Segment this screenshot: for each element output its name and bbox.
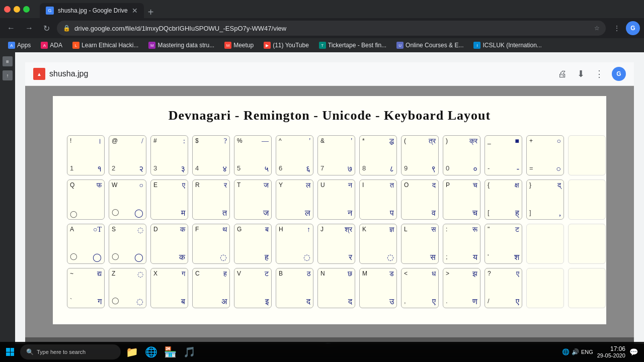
extensions-btn[interactable]: ⋮ [610, 21, 624, 35]
back-btn[interactable]: ← [4, 22, 18, 35]
key-empty-2 [568, 179, 606, 220]
key-1: !।1१ [67, 135, 105, 175]
bookmark-icsluk-icon: I [473, 42, 480, 49]
key-period: >झ.ण [443, 268, 480, 308]
main-area: ≡ ↑ ▲ shusha.jpg 🖨 ⬇ ⋮ G Devnagari - Rem… [0, 52, 644, 344]
keyboard-chart: Devnagari - Remington - Unicode - Keyboa… [53, 96, 606, 324]
key-z: Z◌◯◌ [109, 268, 146, 308]
nav-icons: ⋮ G [610, 21, 640, 35]
tab-favicon: G [46, 7, 54, 15]
key-p: Pचच [443, 179, 480, 220]
key-slash: ?ए/ए [485, 268, 522, 308]
taskbar-right: 🌐 🔊 ENG 17:06 29-05-2020 💬 [562, 345, 642, 358]
key-4: $?4४ [192, 135, 230, 175]
image-content: Devnagari - Remington - Unicode - Keyboa… [25, 86, 634, 337]
taskbar-apps: 📁 🌐 🏪 🎵 [123, 343, 198, 361]
key-b: Bठद [276, 268, 313, 308]
key-3: #:3३ [150, 135, 188, 175]
key-o: Oदव [401, 179, 439, 220]
key-w: W○◯◯ [109, 179, 146, 220]
network-icon: 🌐 [562, 348, 570, 355]
taskbar-file-explorer[interactable]: 📁 [123, 343, 141, 361]
key-empty-4 [568, 224, 606, 264]
url-text: drive.google.com/file/d/1lmxyDQcbrIGHIuS… [74, 25, 590, 32]
taskbar-search[interactable]: 🔍 Type here to search [20, 344, 121, 359]
forward-btn[interactable]: → [22, 22, 36, 35]
tab-title: shusha.jpg - Google Drive [58, 7, 128, 14]
new-tab-btn[interactable]: + [144, 7, 158, 18]
bookmark-online-courses[interactable]: U Online Courses & E... [392, 41, 467, 50]
title-bar: G shusha.jpg - Google Drive ✕ + [0, 0, 644, 18]
bookmark-ethical-icon: L [72, 42, 79, 49]
date-display: 29-05-2020 [597, 352, 625, 358]
key-quote: "ट'श [485, 224, 522, 264]
refresh-btn[interactable]: ↻ [40, 22, 53, 35]
more-options-btn[interactable]: ⋮ [593, 66, 606, 81]
key-c: Cहअ [192, 268, 230, 308]
sidebar-icon-1[interactable]: ≡ [3, 56, 13, 66]
close-window-btn[interactable] [4, 6, 11, 13]
bookmark-ethical[interactable]: L Learn Ethical Hacki... [68, 41, 142, 50]
taskbar-app-3[interactable]: 🏪 [161, 343, 179, 361]
drive-filename: shusha.jpg [49, 69, 88, 78]
key-close-bracket: }द्], [526, 179, 564, 220]
key-5: %—5५ [234, 135, 272, 175]
bookmark-mastering[interactable]: M Mastering data stru... [144, 41, 218, 50]
bookmark-star-icon[interactable]: ☆ [594, 25, 600, 32]
bookmark-ada[interactable]: A ADA [37, 41, 66, 50]
taskbar-chrome[interactable]: 🌐 [142, 343, 160, 361]
key-e: Eएम [150, 179, 188, 220]
sidebar-icon-2[interactable]: ↑ [3, 70, 13, 80]
key-y: Yलल [276, 179, 313, 220]
key-n: Nछद [317, 268, 355, 308]
address-bar[interactable]: 🔒 drive.google.com/file/d/1lmxyDQcbrIGHI… [57, 21, 606, 36]
key-empty-6 [568, 268, 606, 308]
bookmark-online-courses-label: Online Courses & E... [406, 42, 463, 49]
nav-bar: ← → ↻ 🔒 drive.google.com/file/d/1lmxyDQc… [0, 18, 644, 38]
content-area: ▲ shusha.jpg 🖨 ⬇ ⋮ G Devnagari - Remingt… [15, 52, 644, 344]
bookmark-icsluk[interactable]: I ICSLUK (Internation... [469, 41, 545, 50]
drive-profile-avatar[interactable]: G [612, 67, 626, 81]
minimize-window-btn[interactable] [14, 6, 20, 13]
bookmark-tickertape-icon: T [319, 42, 326, 49]
drive-header: ▲ shusha.jpg 🖨 ⬇ ⋮ G [25, 62, 634, 86]
key-semicolon: :रू;य [443, 224, 480, 264]
key-row-3: A○T◯◯ S◌◯◯ Dकक Fथ◌ Gबह H↑◌ Jश्रर Kज्ञ◌ L… [67, 224, 592, 264]
tab-close-btn[interactable]: ✕ [132, 7, 138, 15]
bookmark-apps[interactable]: A Apps [4, 41, 35, 50]
print-btn[interactable]: 🖨 [556, 67, 569, 81]
maximize-window-btn[interactable] [23, 6, 30, 13]
key-empty-1 [568, 135, 606, 175]
key-l: Lसस [401, 224, 439, 264]
key-minus: _■-- [485, 135, 522, 175]
notifications-btn[interactable]: 💬 [629, 348, 638, 356]
key-s: S◌◯◯ [109, 224, 146, 264]
time-display: 17:06 [597, 345, 625, 352]
download-btn[interactable]: ⬇ [575, 66, 587, 81]
bookmark-youtube[interactable]: ▶ (11) YouTube [260, 41, 313, 50]
bookmark-ada-icon: A [41, 42, 48, 49]
key-v: Vटइ [234, 268, 272, 308]
bookmark-meetup-label: Meetup [233, 42, 254, 49]
key-empty-3 [526, 224, 564, 264]
taskbar-time: 17:06 29-05-2020 [597, 345, 625, 358]
taskbar-app-4[interactable]: 🎵 [180, 343, 198, 361]
bookmark-meetup[interactable]: M Meetup [220, 41, 258, 50]
window-controls [4, 6, 30, 13]
key-2: @/2२ [109, 135, 146, 175]
key-row-2: Qफ◯ W○◯◯ Eएम Rरत Tजज Yलल Uनन Iतप Oदव Pचच… [67, 179, 592, 220]
key-9: (त्र9९ [401, 135, 439, 175]
key-comma: <ध,ए [401, 268, 439, 308]
profile-avatar[interactable]: G [626, 21, 640, 35]
key-m: Mडउ [359, 268, 397, 308]
bookmark-tickertape[interactable]: T Tickertape - Best fin... [315, 41, 390, 50]
key-g: Gबह [234, 224, 272, 264]
start-button[interactable] [2, 344, 18, 360]
active-tab[interactable]: G shusha.jpg - Google Drive ✕ [40, 3, 144, 18]
key-empty-5 [526, 268, 564, 308]
volume-icon: 🔊 [572, 348, 579, 355]
bookmark-mastering-label: Mastering data stru... [157, 42, 214, 49]
key-j: Jश्रर [317, 224, 355, 264]
bookmark-mastering-icon: M [148, 42, 155, 49]
key-tilde: ~द्य`ग [67, 268, 105, 308]
